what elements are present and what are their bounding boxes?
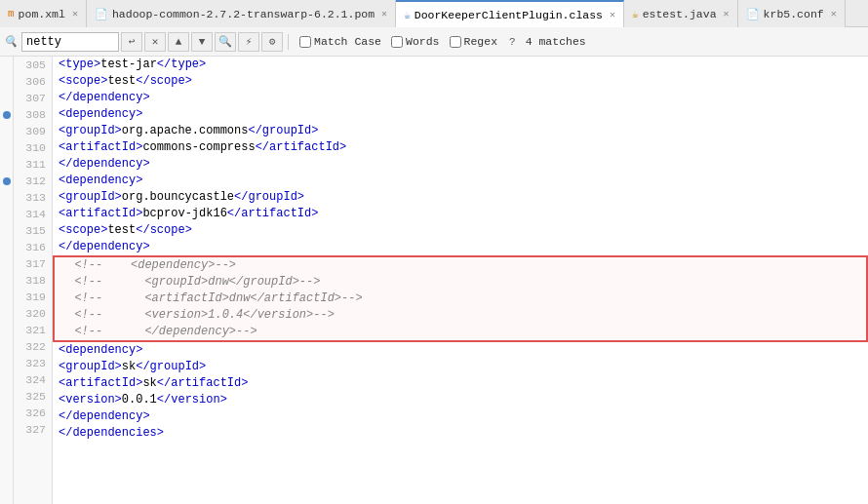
close-icon-1[interactable]: ✕ <box>72 8 78 19</box>
search-divider <box>288 34 289 50</box>
code-line: <scope>test</scope> <box>59 73 868 90</box>
regex-option[interactable]: Regex <box>450 35 498 48</box>
gutter-cell <box>0 355 13 371</box>
gutter-cell <box>0 90 13 106</box>
gutter-cell <box>0 222 13 239</box>
line-number: 316 <box>14 239 52 255</box>
conf-icon: 📄 <box>746 8 760 20</box>
gutter-cell <box>0 189 13 206</box>
class-icon: ☕ <box>404 9 411 21</box>
search-clear-btn[interactable]: ✕ <box>144 32 166 52</box>
line-number: 317 <box>14 255 52 272</box>
close-icon-2[interactable]: ✕ <box>381 8 387 19</box>
gutter-cell <box>0 123 13 139</box>
gutter-cell <box>0 371 13 388</box>
search-options-btn[interactable]: ⚙ <box>261 32 283 52</box>
search-find-btn[interactable]: 🔍 <box>215 32 236 52</box>
editor-content: 3053063073083093103113123133143153163173… <box>0 57 868 504</box>
code-line: <artifactId>commons-compress</artifactId… <box>59 139 868 156</box>
line-number: 318 <box>14 272 52 289</box>
code-line: <!-- <dependency>--> <box>60 257 866 274</box>
tab-pom-xml[interactable]: m pom.xml ✕ <box>0 0 87 27</box>
search-input[interactable] <box>26 35 95 49</box>
line-number: 306 <box>14 73 52 90</box>
code-line: </dependency> <box>59 408 868 425</box>
search-bar: 🔍 ↩ ✕ ▲ ▼ 🔍 ⚡ ⚙ Match Case Words Regex ?… <box>0 27 868 57</box>
tab-krb5[interactable]: 📄 krb5.conf ✕ <box>738 0 846 27</box>
line-number: 307 <box>14 90 52 106</box>
code-line: <groupId>org.apache.commons</groupId> <box>59 123 868 139</box>
code-line: <groupId>sk</groupId> <box>59 359 868 375</box>
code-line: <dependency> <box>59 173 868 189</box>
line-number: 305 <box>14 57 52 73</box>
editor: 3053063073083093103113123133143153163173… <box>0 57 868 504</box>
gutter <box>0 57 14 504</box>
gutter-cell <box>0 322 13 338</box>
line-number: 319 <box>14 289 52 305</box>
tab-doorkeeper[interactable]: ☕ DoorKeeperClientPlugin.class ✕ <box>396 0 624 27</box>
gutter-cell <box>0 405 13 421</box>
code-line: <dependency> <box>59 342 868 359</box>
line-number: 320 <box>14 305 52 322</box>
code-line: <!-- <groupId>dnw</groupId>--> <box>60 274 866 291</box>
words-option[interactable]: Words <box>391 35 440 48</box>
code-area[interactable]: <type>test-jar</type> <scope>test</scope… <box>53 57 868 504</box>
gutter-cell <box>0 73 13 90</box>
gutter-cell <box>0 421 13 438</box>
line-number: 323 <box>14 355 52 371</box>
tab-label-hadoop: hadoop-common-2.7.2-transwarp-6.2.1.pom <box>112 8 375 20</box>
line-number: 315 <box>14 222 52 239</box>
search-nav-up[interactable]: ▲ <box>168 32 189 52</box>
code-line: </dependency> <box>59 156 868 173</box>
search-prev-btn[interactable]: ↩ <box>121 32 142 52</box>
gutter-cell <box>0 305 13 322</box>
gutter-cell <box>0 289 13 305</box>
tab-label-estest: estest.java <box>643 8 717 20</box>
match-case-option[interactable]: Match Case <box>299 35 381 48</box>
close-icon-4[interactable]: ✕ <box>724 8 730 19</box>
line-number: 326 <box>14 405 52 421</box>
highlighted-region: <!-- <dependency>--> <!-- <groupId>dnw</… <box>53 255 868 342</box>
line-number: 308 <box>14 106 52 123</box>
words-label: Words <box>406 35 440 48</box>
line-number: 325 <box>14 388 52 405</box>
tab-estest[interactable]: ☕ estest.java ✕ <box>624 0 738 27</box>
words-checkbox[interactable] <box>391 36 403 48</box>
match-case-label: Match Case <box>314 35 381 48</box>
code-line: <!-- <artifactId>dnw</artifactId>--> <box>60 291 866 307</box>
help-btn[interactable]: ? <box>509 36 516 48</box>
tab-hadoop-pom[interactable]: 📄 hadoop-common-2.7.2-transwarp-6.2.1.po… <box>87 0 396 27</box>
line-number: 324 <box>14 371 52 388</box>
gutter-cell <box>0 206 13 222</box>
gutter-cell <box>0 255 13 272</box>
search-options-group: Match Case Words Regex ? <box>299 35 516 48</box>
line-number: 321 <box>14 322 52 338</box>
gutter-cell <box>0 139 13 156</box>
code-line: </dependency> <box>59 239 868 255</box>
line-number: 322 <box>14 338 52 355</box>
line-number: 327 <box>14 421 52 438</box>
code-line: <scope>test</scope> <box>59 222 868 239</box>
match-case-checkbox[interactable] <box>299 36 311 48</box>
gutter-cell <box>0 156 13 173</box>
search-nav-down[interactable]: ▼ <box>191 32 213 52</box>
close-icon-5[interactable]: ✕ <box>831 8 837 19</box>
search-input-wrapper[interactable] <box>21 32 119 52</box>
code-line: </dependencies> <box>59 425 868 442</box>
tab-label-doorkeeper: DoorKeeperClientPlugin.class <box>414 9 603 21</box>
line-number: 314 <box>14 206 52 222</box>
regex-checkbox[interactable] <box>450 36 461 48</box>
code-line: <groupId>org.bouncycastle</groupId> <box>59 189 868 206</box>
code-line: <dependency> <box>59 106 868 123</box>
code-line: <artifactId>bcprov-jdk16</artifactId> <box>59 206 868 222</box>
line-number: 312 <box>14 173 52 189</box>
line-number: 309 <box>14 123 52 139</box>
filter-btn[interactable]: ⚡ <box>238 32 259 52</box>
tab-bar: m pom.xml ✕ 📄 hadoop-common-2.7.2-transw… <box>0 0 868 27</box>
close-icon-3[interactable]: ✕ <box>610 9 615 20</box>
code-line: <artifactId>sk</artifactId> <box>59 375 868 392</box>
xml-icon-2: 📄 <box>95 8 108 20</box>
match-count: 4 matches <box>526 35 586 48</box>
search-label: 🔍 <box>4 35 18 48</box>
gutter-cell <box>0 239 13 255</box>
